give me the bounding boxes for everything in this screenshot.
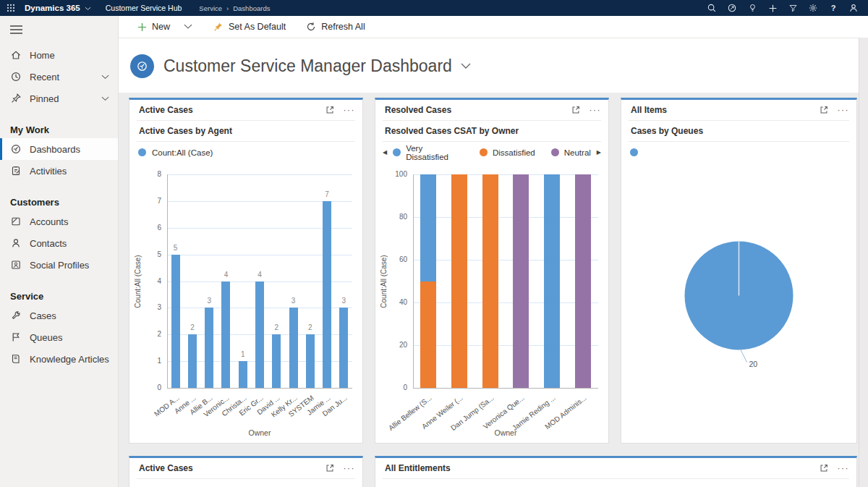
legend-dot	[551, 148, 559, 156]
sidebar-item-contacts[interactable]: Contacts	[0, 232, 118, 254]
bar-chart-active-cases-by-agent[interactable]: Count:All (Case)0123456785MOD A...2Anne …	[129, 163, 362, 443]
expand-icon[interactable]	[323, 103, 336, 117]
site-map-sidebar: Home Recent Pinned My Work Dashb	[0, 16, 119, 487]
sidebar-item-label: Knowledge Articles	[30, 354, 111, 365]
page-title: Customer Service Manager Dashboard	[163, 56, 452, 76]
pie-chart-cases-by-queues[interactable]: 20	[621, 163, 856, 443]
sidebar-item-queues[interactable]: Queues	[0, 326, 118, 348]
quick-create-plus-icon[interactable]	[764, 0, 781, 16]
set-as-default-button[interactable]: Set As Default	[205, 16, 294, 38]
card-body	[129, 479, 362, 487]
card-title: Active Cases	[139, 463, 323, 473]
legend-dot	[138, 148, 146, 156]
sidebar-item-label: Pinned	[30, 93, 93, 104]
brand-chevron-down-icon[interactable]	[85, 7, 91, 11]
pin-icon	[10, 93, 22, 104]
sidebar-item-knowledge-articles[interactable]: Knowledge Articles	[0, 348, 118, 370]
expand-icon[interactable]	[323, 462, 336, 475]
knowledge-articles-book-icon	[10, 353, 22, 365]
breadcrumb-separator: ›	[226, 4, 229, 12]
sidebar-item-label: Dashboards	[30, 144, 111, 155]
dashboard-selector-chevron-icon[interactable]	[461, 63, 471, 69]
card-resolved-cases: Resolved Cases ··· Resolved Cases CSAT b…	[375, 98, 609, 444]
sidebar-item-accounts[interactable]: Accounts	[0, 211, 118, 232]
insights-lightbulb-icon[interactable]	[744, 0, 761, 16]
card-active-cases-bottom: Active Cases ···	[129, 456, 363, 487]
sidebar-item-label: Cases	[30, 310, 111, 321]
card-title: Resolved Cases	[385, 105, 569, 115]
new-button[interactable]: New	[129, 16, 178, 38]
sidebar-item-pinned[interactable]: Pinned	[0, 88, 118, 109]
expand-icon[interactable]	[569, 103, 582, 117]
legend-label: Very Dissatisfied	[406, 144, 464, 161]
legend-prev-arrow-icon[interactable]: ◀	[383, 149, 387, 156]
guided-help-compass-icon[interactable]	[723, 0, 741, 16]
settings-gear-icon[interactable]	[804, 0, 822, 16]
legend-dot	[630, 148, 638, 156]
sidebar-item-recent[interactable]: Recent	[0, 66, 118, 88]
expand-icon[interactable]	[817, 103, 830, 117]
more-options-icon[interactable]: ···	[590, 106, 602, 114]
dynamics365-app-window: Dynamics 365 Customer Service Hub Servic…	[0, 0, 868, 487]
refresh-icon	[306, 22, 316, 32]
more-options-icon[interactable]: ···	[344, 464, 356, 473]
more-options-icon[interactable]: ···	[838, 106, 850, 114]
sidebar-item-label: Accounts	[30, 216, 111, 227]
new-split-chevron-icon[interactable]	[178, 24, 198, 30]
waffle-grid-glyph	[7, 4, 15, 12]
sidebar-item-label: Queues	[30, 332, 111, 343]
card-body	[375, 479, 856, 487]
breadcrumb-page[interactable]: Dashboards	[233, 4, 270, 12]
sidebar-item-activities[interactable]: Activities	[0, 160, 118, 182]
breadcrumb: Service › Dashboards	[199, 4, 270, 12]
chevron-down-icon[interactable]	[101, 96, 109, 101]
vertical-scrollbar[interactable]	[859, 38, 868, 487]
card-title: Active Cases	[139, 105, 323, 115]
pushpin-icon	[213, 22, 224, 32]
more-options-icon[interactable]: ···	[344, 106, 356, 114]
card-active-cases: Active Cases ··· Active Cases by Agent C…	[129, 98, 363, 444]
home-icon	[10, 49, 22, 61]
sidebar-item-label: Recent	[30, 72, 93, 82]
legend-label: Count:All (Case)	[152, 148, 213, 157]
sidebar-item-cases[interactable]: Cases	[0, 305, 118, 326]
refresh-all-button[interactable]: Refresh All	[298, 16, 373, 38]
social-profiles-icon	[10, 259, 22, 271]
sidebar-item-label: Contacts	[30, 238, 111, 249]
dashboards-gauge-icon	[10, 143, 22, 155]
more-options-icon[interactable]: ···	[838, 464, 850, 473]
card-all-entitlements: All Entitlements ···	[375, 456, 857, 487]
topbar-icon-group: ?	[703, 0, 868, 16]
sidebar-section-customers: Customers	[0, 193, 118, 211]
chart-legend: ◀ Very Dissatisfied Dissatisfied Neut	[375, 142, 608, 163]
app-name-label: Customer Service Hub	[106, 4, 182, 12]
waffle-menu-icon[interactable]	[0, 0, 22, 16]
help-icon[interactable]: ?	[825, 0, 842, 16]
sidebar-item-home[interactable]: Home	[0, 44, 118, 66]
legend-next-arrow-icon[interactable]: ▶	[597, 149, 601, 156]
legend-dot	[480, 148, 488, 156]
search-icon[interactable]	[703, 0, 720, 16]
breadcrumb-section[interactable]: Service	[199, 4, 222, 12]
user-account-icon[interactable]	[845, 0, 862, 16]
filter-funnel-icon[interactable]	[784, 0, 801, 16]
sidebar-item-social-profiles[interactable]: Social Profiles	[0, 254, 118, 276]
queues-flag-icon	[10, 331, 22, 343]
chevron-down-icon[interactable]	[101, 75, 109, 80]
main-content: New Set As Default Refresh All	[118, 16, 868, 487]
top-navbar: Dynamics 365 Customer Service Hub Servic…	[0, 0, 868, 16]
sidebar-item-label: Activities	[30, 166, 111, 177]
chart-title: Resolved Cases CSAT by Owner	[375, 121, 608, 141]
plus-icon	[137, 22, 147, 32]
sidebar-item-dashboards[interactable]: Dashboards	[0, 138, 118, 160]
clock-icon	[10, 71, 22, 82]
brand-dynamics365[interactable]: Dynamics 365	[25, 4, 80, 12]
accounts-icon	[10, 216, 22, 227]
chart-legend: Count:All (Case)	[129, 142, 362, 163]
stacked-bar-chart-resolved-cases-csat[interactable]: Count:All (Case)020406080100Allie Bellew…	[375, 163, 608, 443]
legend-label: Neutral	[564, 148, 591, 157]
expand-icon[interactable]	[817, 462, 830, 475]
refresh-all-label: Refresh All	[321, 22, 365, 32]
hamburger-menu-icon[interactable]	[0, 16, 118, 38]
cases-wrench-icon	[10, 310, 22, 321]
